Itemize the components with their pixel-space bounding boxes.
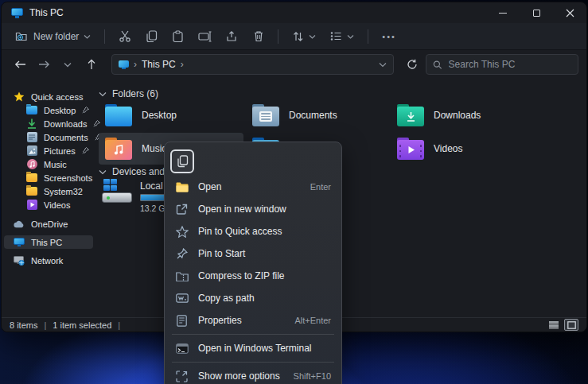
collapse-chevron-icon (99, 169, 107, 175)
menu-item-label: Open (198, 181, 221, 192)
chevron-down-icon (84, 34, 91, 39)
more-options-button[interactable]: ••• (376, 28, 402, 45)
share-icon (226, 30, 239, 42)
sidebar-item-label: Screenshots (44, 173, 92, 183)
address-dropdown-icon[interactable] (379, 62, 387, 68)
sidebar-item-desktop[interactable]: Desktop (4, 103, 93, 117)
sort-button[interactable] (286, 27, 321, 46)
menu-item-compress-to-zip[interactable]: Compress to ZIP file (169, 265, 337, 287)
details-view-button[interactable] (547, 319, 561, 331)
sidebar-item-onedrive[interactable]: OneDrive (4, 217, 93, 231)
sidebar-item-label: Downloads (44, 119, 87, 129)
close-button[interactable] (553, 2, 586, 23)
new-folder-label: New folder (33, 31, 79, 42)
folder-tile-documents[interactable]: Documents (246, 99, 391, 131)
sidebar-item-network[interactable]: Network (4, 254, 93, 267)
search-input[interactable] (449, 59, 571, 70)
rename-button[interactable] (193, 27, 217, 46)
folder-icon (26, 173, 37, 183)
menu-item-label: Show more options (198, 370, 280, 382)
open-new-window-icon (175, 203, 189, 216)
star-outline-icon (175, 225, 189, 239)
menu-item-open-in-windows-terminal[interactable]: Open in Windows Terminal (169, 337, 337, 359)
menu-item-label: Copy as path (198, 293, 255, 304)
delete-button[interactable] (247, 26, 270, 46)
minimize-button[interactable] (486, 2, 520, 23)
sidebar-item-system32[interactable]: System32 (4, 184, 93, 198)
tile-label: Desktop (142, 110, 177, 121)
menu-item-label: Compress to ZIP file (198, 270, 284, 281)
menu-item-show-more-options[interactable]: Show more options Shift+F10 (169, 365, 337, 384)
menu-item-pin-to-quick-access[interactable]: Pin to Quick access (169, 220, 337, 242)
maximize-button[interactable] (520, 2, 553, 23)
search-box[interactable] (426, 54, 578, 75)
music-folder-icon (105, 138, 132, 160)
search-icon (433, 60, 442, 70)
up-button[interactable] (81, 54, 102, 75)
this-pc-icon (11, 8, 23, 18)
forward-button[interactable] (33, 54, 54, 75)
star-icon (14, 91, 25, 102)
sidebar-item-label: Documents (44, 133, 88, 142)
folders-section-header[interactable]: Folders (6) (99, 88, 158, 99)
view-button[interactable] (325, 27, 360, 45)
breadcrumb-separator: › (134, 59, 137, 70)
menu-item-open[interactable]: Open Enter (169, 176, 337, 198)
cut-button[interactable] (113, 26, 137, 46)
toolbar-separator (104, 29, 105, 44)
folder-icon (26, 186, 37, 196)
folder-tile-desktop[interactable]: Desktop (99, 99, 243, 131)
sidebar-item-pictures[interactable]: Pictures (4, 144, 93, 157)
copy-icon (177, 155, 189, 168)
item-count: 8 items (10, 320, 37, 330)
address-row: › This PC › (2, 50, 586, 79)
folder-tile-videos[interactable]: Videos (391, 133, 535, 165)
sidebar-item-videos[interactable]: Videos (4, 198, 93, 211)
large-icons-view-button[interactable] (564, 319, 578, 331)
cloud-icon (14, 219, 25, 229)
chevron-down-icon (347, 34, 354, 39)
sidebar-item-music[interactable]: Music (4, 157, 93, 171)
chevron-down-icon (64, 62, 72, 68)
videos-icon (26, 200, 37, 210)
sidebar-item-quick-access[interactable]: Quick access (4, 90, 93, 103)
menu-separator (172, 334, 334, 335)
paste-button[interactable] (166, 26, 189, 47)
context-menu: Open Enter Open in new window Pin to Qui… (164, 142, 342, 384)
address-bar[interactable]: › This PC › (111, 54, 394, 75)
recent-locations-button[interactable] (57, 54, 78, 75)
sidebar-item-label: Quick access (31, 92, 83, 102)
sidebar-item-label: Pictures (44, 146, 76, 156)
sidebar-item-downloads[interactable]: Downloads (4, 117, 93, 130)
menu-item-properties[interactable]: Properties Alt+Enter (169, 309, 337, 332)
folder-tile-downloads[interactable]: Downloads (391, 99, 535, 131)
tile-label: Music (142, 143, 166, 154)
sidebar-item-label: OneDrive (31, 219, 68, 229)
details-view-icon (549, 321, 559, 329)
menu-item-copy-as-path[interactable]: Copy as path (169, 287, 337, 309)
menu-item-pin-to-start[interactable]: Pin to Start (169, 242, 337, 265)
breadcrumb[interactable]: This PC (142, 59, 176, 70)
refresh-button[interactable] (402, 54, 423, 75)
share-button[interactable] (220, 26, 244, 46)
large-icons-view-icon (567, 321, 576, 329)
sidebar-item-screenshots[interactable]: Screenshots (4, 171, 93, 184)
menu-item-shortcut: Alt+Enter (294, 316, 331, 325)
zip-folder-icon (175, 270, 189, 283)
music-icon (26, 159, 37, 169)
back-button[interactable] (10, 54, 30, 75)
new-folder-button[interactable]: New folder (10, 26, 96, 46)
network-icon (14, 255, 25, 266)
title-bar: This PC (2, 2, 586, 23)
copy-button[interactable] (140, 26, 163, 47)
menu-item-open-in-new-window[interactable]: Open in new window (169, 198, 337, 220)
sidebar-item-this-pc[interactable]: This PC (4, 235, 93, 249)
desktop-folder-icon (26, 105, 37, 115)
sidebar-item-label: This PC (31, 238, 62, 247)
command-bar: New folder • (2, 23, 586, 50)
sidebar-item-documents[interactable]: Documents (4, 130, 93, 144)
documents-folder-icon (252, 104, 279, 126)
copy-icon (146, 30, 158, 43)
cut-icon (119, 30, 131, 42)
copy-quick-action-button[interactable] (170, 149, 194, 173)
